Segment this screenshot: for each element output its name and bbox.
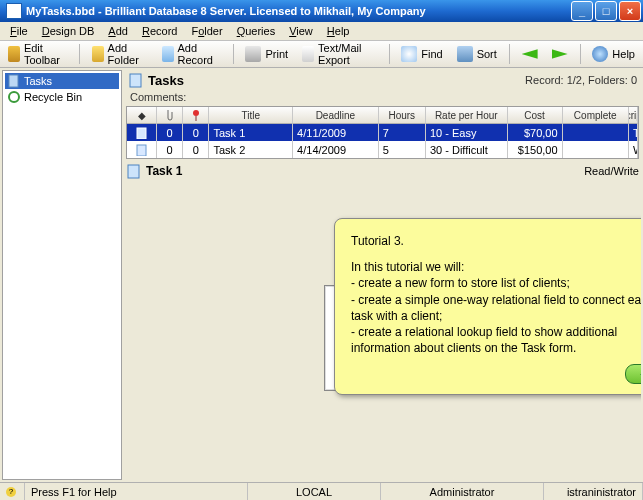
col-title[interactable]: Title [209,107,293,124]
folder-plus-icon [92,46,104,62]
sort-icon [457,46,473,62]
col-icon[interactable]: ◆ [127,107,157,124]
text-mail-export-button[interactable]: Text/Mail Export [298,40,380,68]
svg-point-3 [193,110,199,116]
tooltip-next-button[interactable]: → [625,364,641,384]
printer-icon [245,46,261,62]
record-icon [126,163,142,179]
col-flag[interactable] [157,107,183,124]
menu-design-db[interactable]: Design DB [36,24,101,38]
document-icon [7,74,21,88]
folder-tree: Tasks Recycle Bin [2,70,122,480]
table-row[interactable]: 0 0 Task 1 4/11/2009 7 10 - Easy $70,00 … [127,124,638,141]
edit-toolbar-button[interactable]: Edit Toolbar [4,40,71,68]
window-title: MyTasks.bbd - Brilliant Database 8 Serve… [26,5,571,17]
pin-icon [191,109,201,121]
form-mode: Read/Write [584,165,639,177]
menu-record[interactable]: Record [136,24,183,38]
toolbar: Edit Toolbar Add Folder Add Record Print… [0,41,643,68]
svg-point-1 [9,92,19,102]
row-icon [127,124,157,141]
print-button[interactable]: Print [241,44,292,64]
window-titlebar: MyTasks.bbd - Brilliant Database 8 Serve… [0,0,643,22]
status-bar: ? Press F1 for Help LOCAL Administrator … [0,482,643,500]
status-help: Press F1 for Help [25,483,248,500]
add-record-button[interactable]: Add Record [158,40,225,68]
svg-rect-6 [137,145,146,156]
minimize-button[interactable]: _ [571,1,593,21]
svg-rect-5 [137,128,146,139]
main-panel: Tasks Record: 1/2, Folders: 0 Comments: … [124,70,641,480]
col-cost[interactable]: Cost [508,107,563,124]
tree-node-recycle[interactable]: Recycle Bin [5,89,119,105]
tree-label: Tasks [24,75,52,87]
menu-queries[interactable]: Queries [231,24,282,38]
arrow-right-icon [552,46,568,62]
tree-node-tasks[interactable]: Tasks [5,73,119,89]
menu-add[interactable]: Add [102,24,134,38]
col-complete[interactable]: Complete [563,107,629,124]
close-button[interactable]: × [619,1,641,21]
tooltip-title: Tutorial 3. [351,233,641,249]
record-info: Record: 1/2, Folders: 0 [525,74,637,86]
info-icon: ? [6,487,16,497]
record-plus-icon [162,46,174,62]
help-icon [592,46,608,62]
status-right: istraninistrator [544,483,643,500]
svg-rect-0 [9,75,18,87]
tutorial-tooltip: Tutorial 3. In this tutorial we will: - … [334,218,641,395]
col-desc[interactable]: Description [629,107,638,124]
status-mode: LOCAL [248,483,381,500]
arrow-left-icon [522,46,538,62]
row-icon [127,141,157,158]
menu-help[interactable]: Help [321,24,356,38]
recycle-icon [7,90,21,104]
add-folder-button[interactable]: Add Folder [88,40,152,68]
wrench-icon [8,46,20,62]
mail-icon [302,46,314,62]
svg-rect-7 [128,165,139,178]
col-hours[interactable]: Hours [379,107,426,124]
menu-file[interactable]: File [4,24,34,38]
col-pin[interactable] [183,107,209,124]
paperclip-icon [165,109,175,121]
nav-prev-button[interactable] [518,44,542,64]
list-title: Tasks [148,73,521,88]
app-icon [6,3,22,19]
form-title: Task 1 [146,164,580,178]
menu-bar: File Design DB Add Record Folder Queries… [0,22,643,41]
col-rate[interactable]: Rate per Hour [426,107,508,124]
status-user: Administrator [381,483,544,500]
tooltip-body: In this tutorial we will: - create a new… [351,259,641,356]
tasks-icon [128,72,144,88]
sort-button[interactable]: Sort [453,44,501,64]
menu-folder[interactable]: Folder [185,24,228,38]
help-button[interactable]: Help [588,44,639,64]
nav-next-button[interactable] [548,44,572,64]
grid-header: ◆ Title Deadline Hours Rate per Hour Cos… [127,107,638,124]
comments-label: Comments: [124,90,641,104]
table-row[interactable]: 0 0 Task 2 4/14/2009 5 30 - Difficult $1… [127,141,638,158]
svg-rect-2 [130,74,141,87]
search-icon [401,46,417,62]
maximize-button[interactable]: □ [595,1,617,21]
col-deadline[interactable]: Deadline [293,107,379,124]
records-grid: ◆ Title Deadline Hours Rate per Hour Cos… [126,106,639,159]
tree-label: Recycle Bin [24,91,82,103]
menu-view[interactable]: View [283,24,319,38]
find-button[interactable]: Find [397,44,446,64]
